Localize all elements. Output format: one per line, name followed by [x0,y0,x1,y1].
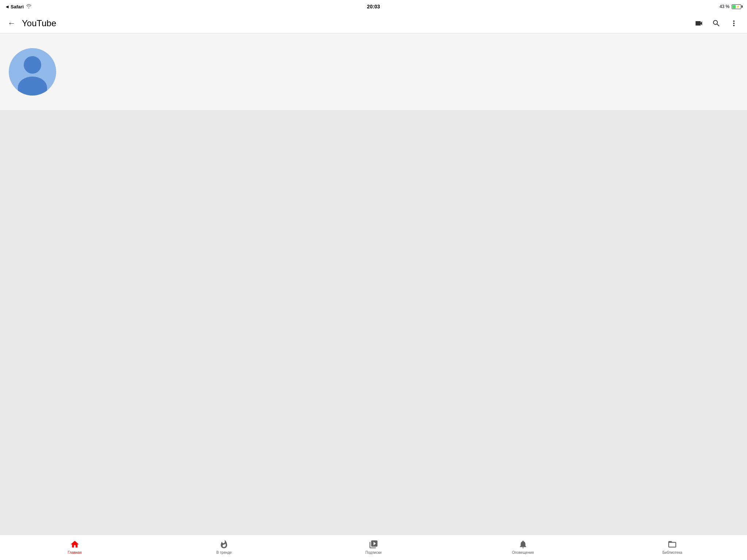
nav-item-subscriptions[interactable]: Подписки [299,535,448,559]
nav-label-subscriptions: Подписки [365,551,382,555]
back-arrow-icon: ← [8,19,16,28]
status-bar-time: 20:03 [367,4,380,9]
lower-content [0,110,747,534]
profile-section [0,34,747,110]
battery-icon: ⚡ [732,4,741,9]
more-options-icon [729,19,738,28]
avatar [9,48,56,96]
camera-icon [694,19,703,28]
search-button[interactable] [709,16,724,31]
nav-item-trending[interactable]: В тренде [150,535,299,559]
app-header: ← YouTube [0,13,747,34]
avatar-head [24,56,41,74]
battery-bolt-icon: ⚡ [736,5,740,8]
nav-item-notifications[interactable]: Оповещения [448,535,598,559]
safari-icon: ◂ [6,4,8,9]
header-actions [692,16,741,31]
main-content [0,34,747,534]
battery-indicator: ⚡ [732,4,741,9]
search-icon [712,19,721,28]
wifi-icon [26,4,32,9]
notifications-icon [518,539,528,549]
app-name-status: Safari [11,4,24,9]
more-options-button[interactable] [727,16,741,31]
status-bar-right: 43 % ⚡ [720,4,741,9]
nav-label-notifications: Оповещения [512,551,534,555]
nav-label-library: Библиотека [662,551,682,555]
bottom-navigation: Главная В тренде Подписки Оповещения [0,534,747,560]
battery-fill [732,5,736,8]
nav-item-home[interactable]: Главная [0,535,150,559]
page-title: YouTube [22,18,687,28]
status-bar: ◂ Safari 20:03 43 % ⚡ [0,0,747,13]
camera-button[interactable] [692,16,706,31]
home-icon [70,539,80,549]
status-bar-left: ◂ Safari [6,4,32,9]
trending-icon [219,539,229,549]
library-icon [667,539,677,549]
nav-label-trending: В тренде [216,551,232,555]
avatar-body [18,77,47,96]
back-button[interactable]: ← [6,18,18,29]
battery-percentage: 43 % [720,4,729,9]
nav-label-home: Главная [68,551,82,555]
nav-item-library[interactable]: Библиотека [597,535,747,559]
subscriptions-icon [368,539,379,549]
